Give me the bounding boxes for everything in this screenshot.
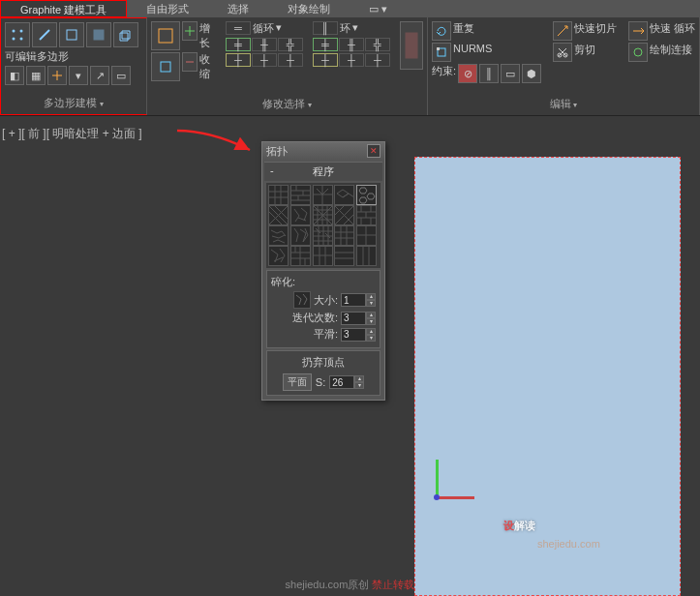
size-down[interactable]: ▾ [366,300,376,307]
ring-opt-5[interactable]: ┼ [339,53,364,67]
pattern-15[interactable] [356,225,377,246]
toggle-3-button[interactable] [47,66,67,85]
loop-opt-3[interactable]: ╬ [278,38,303,51]
gizmo-z-axis[interactable] [434,494,440,500]
tab-paint[interactable]: 对象绘制 [268,0,350,17]
loop-opt-1[interactable]: ╪ [226,38,251,51]
pattern-6[interactable] [268,205,289,225]
loop-opt-5[interactable]: ┼ [252,53,277,67]
tab-caption-bar-icon[interactable]: ▭ ▾ [350,0,407,17]
fill-button[interactable] [400,21,423,70]
pattern-17[interactable] [290,246,311,266]
pattern-19[interactable] [334,246,354,266]
loop-dropdown-icon[interactable]: ▾ [276,21,282,36]
shrink-icon-button[interactable] [182,52,198,72]
subobj-edge-button[interactable] [32,22,57,47]
svg-rect-10 [437,47,440,50]
pattern-16[interactable] [268,246,289,266]
gizmo-y-axis[interactable] [436,460,439,498]
ring-opt-1[interactable]: ╪ [313,38,338,51]
pattern-3[interactable] [313,185,333,205]
grow-icon-button[interactable] [182,21,198,41]
toggle-2-button[interactable]: ▦ [26,66,46,85]
shrink-label: 收缩 [199,52,216,81]
subobj-polygon-button[interactable] [86,22,111,47]
smooth-up[interactable]: ▴ [366,328,376,335]
nurms-label: NURMS [453,43,492,62]
s-up[interactable]: ▴ [354,375,364,382]
loop-opt-4[interactable]: ┼ [226,53,251,67]
pattern-7[interactable] [290,205,311,225]
loop-btn-1[interactable]: ═ [226,21,251,35]
size-up[interactable]: ▴ [366,293,376,300]
plane-button[interactable]: 平面 [283,373,312,391]
constrain-4-button[interactable]: ⬢ [522,64,541,83]
constrain-3-button[interactable]: ▭ [501,64,520,83]
transform-gizmo[interactable] [426,460,484,518]
tab-freeform[interactable]: 自由形式 [127,0,208,17]
ring-btn-1[interactable]: ║ [313,21,338,35]
constrain-1-button[interactable]: ⊘ [458,64,477,83]
size-input[interactable] [341,293,366,307]
svg-point-2 [13,38,15,41]
nurms-button[interactable] [432,43,451,62]
pattern-5-selected[interactable] [356,185,377,205]
ring-opt-3[interactable]: ╬ [365,38,390,51]
subobj-element-button[interactable] [113,22,138,47]
pattern-10[interactable] [356,205,377,225]
s-down[interactable]: ▾ [354,382,364,389]
close-icon[interactable]: ✕ [367,144,380,158]
ring-opt-4[interactable]: ┼ [313,53,338,67]
repeat-button[interactable] [432,21,451,41]
pattern-2[interactable] [290,185,311,205]
pattern-18[interactable] [313,246,333,266]
repeat-label: 重复 [453,21,474,41]
pattern-12[interactable] [290,225,311,246]
pattern-14[interactable] [334,225,354,246]
iter-input[interactable] [341,312,366,325]
paintconnect-button[interactable] [628,43,648,62]
loop-opt-2[interactable]: ╫ [252,38,277,51]
ring-opt-6[interactable]: ┼ [365,53,390,67]
constrain-label: 约束: [432,64,456,83]
subobj-border-button[interactable] [59,22,84,47]
pattern-1[interactable] [268,185,289,205]
gizmo-x-axis[interactable] [436,496,474,499]
constrain-2-button[interactable]: ║ [479,64,499,83]
panel-label-modify-sel[interactable]: 修改选择 [149,95,425,113]
grow-shrink-2-button[interactable] [151,52,180,81]
cut-button[interactable] [553,43,572,62]
iter-down[interactable]: ▾ [366,318,376,325]
ring-opt-2[interactable]: ╫ [339,38,364,51]
pattern-9[interactable] [334,205,354,225]
pattern-8[interactable] [313,205,333,225]
quickslice-button[interactable] [553,21,572,41]
hex-plane-object[interactable] [414,157,681,596]
smooth-down[interactable]: ▾ [366,335,376,342]
loop-opt-6[interactable]: ┼ [278,53,303,67]
pattern-4[interactable] [334,185,354,205]
tab-select[interactable]: 选择 [208,0,268,17]
fragment-preview-icon[interactable] [293,291,311,309]
subobj-vertex-button[interactable] [5,22,30,47]
preview-button[interactable]: ▭ [111,66,131,85]
panel-label-poly-model[interactable]: 多边形建模 [3,94,144,112]
pattern-20[interactable] [356,246,377,266]
toggle-4-button[interactable]: ▾ [69,66,88,85]
s-input[interactable] [329,375,354,389]
tab-graphite[interactable]: Graphite 建模工具 [0,0,127,17]
grow-shrink-1-button[interactable] [151,21,180,50]
fragment-label: 碎化: [271,275,376,289]
ring-dropdown-icon[interactable]: ▾ [352,21,358,36]
smooth-input[interactable] [341,328,366,342]
pattern-13[interactable] [313,225,333,246]
viewport-label[interactable]: [ + ][ 前 ][ 明暗处理 + 边面 ] [2,126,142,142]
iter-up[interactable]: ▴ [366,312,376,318]
toggle-1-button[interactable]: ◧ [5,66,24,85]
dialog-titlebar[interactable]: 拓扑 ✕ [262,142,384,160]
pattern-11[interactable] [268,225,289,246]
section-header[interactable]: -程序 [264,162,382,181]
panel-label-edit[interactable]: 编辑 [430,95,697,113]
toggle-5-button[interactable]: ↗ [90,66,109,85]
quickloop-button[interactable] [628,21,648,41]
